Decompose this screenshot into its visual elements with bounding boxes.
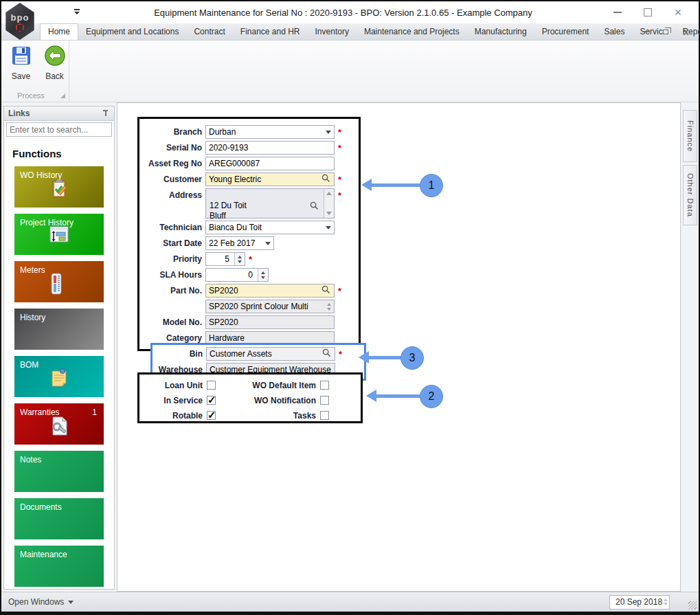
required-marker: * [338, 143, 341, 153]
function-tile-notes[interactable]: Notes [14, 451, 104, 492]
back-button-label: Back [45, 71, 64, 81]
start-date-picker[interactable]: 22 Feb 2017 [205, 236, 274, 250]
technician-dropdown[interactable]: Bianca Du Toit [205, 221, 335, 234]
tab-inventory[interactable]: Inventory [308, 24, 357, 40]
search-icon[interactable] [321, 285, 331, 296]
pin-icon[interactable] [102, 109, 110, 118]
model-no-field: SP2020 [205, 315, 335, 329]
tab-finance-and-hr[interactable]: Finance and HR [233, 24, 308, 40]
address-label: Address [139, 188, 205, 200]
spin-up-icon[interactable] [327, 303, 331, 306]
wo-default-item-checkbox[interactable] [320, 381, 329, 390]
mdi-close-icon: x [684, 27, 689, 36]
right-dock-strip: Finance Other Data [681, 102, 699, 592]
rotable-checkbox[interactable] [207, 411, 216, 420]
in-service-checkbox[interactable] [207, 396, 216, 405]
spinner-buttons[interactable] [258, 269, 268, 281]
function-tile-meters[interactable]: Meters [14, 261, 104, 302]
function-tile-documents[interactable]: Documents [14, 498, 104, 539]
spin-down-icon[interactable] [327, 308, 331, 311]
tile-badge-count: 1 [92, 407, 97, 417]
serial-no-input[interactable]: 2020-9193 [205, 141, 335, 155]
priority-label: Priority [139, 254, 205, 264]
note-icon [47, 367, 71, 392]
links-panel: Links Functions WO History [3, 106, 115, 590]
tasks-checkbox[interactable] [320, 411, 329, 420]
tab-manufacturing[interactable]: Manufacturing [467, 24, 534, 40]
required-marker: * [338, 175, 341, 185]
close-icon: × [675, 6, 682, 19]
in-service-label: In Service [141, 396, 207, 405]
customer-lookup-input[interactable]: Young Electric [205, 172, 335, 186]
function-tile-history[interactable]: History [14, 309, 104, 350]
tab-contract[interactable]: Contract [186, 24, 232, 40]
sla-hours-spinner[interactable]: 0 [205, 268, 269, 282]
dialog-launcher-icon[interactable] [60, 93, 65, 98]
mdi-close-button[interactable]: x [681, 27, 692, 36]
open-windows-dropdown[interactable]: Open Windows [8, 597, 74, 607]
asset-reg-no-input[interactable]: AREG000087 [205, 157, 335, 170]
date-spinner-buttons[interactable] [664, 596, 668, 609]
tab-finance[interactable]: Finance [683, 110, 697, 162]
tab-maintenance-and-projects[interactable]: Maintenance and Projects [357, 24, 467, 40]
search-icon[interactable] [321, 174, 331, 185]
search-icon[interactable] [322, 348, 332, 359]
branch-dropdown[interactable]: Durban [205, 125, 335, 139]
wo-default-item-label: WO Default Item [216, 381, 320, 390]
tab-sales[interactable]: Sales [596, 24, 632, 40]
address-input[interactable]: 12 Du Toit Bluff [205, 188, 335, 219]
address-scrollbar[interactable] [324, 189, 334, 218]
save-button[interactable]: Save [7, 45, 35, 81]
tile-label: Notes [20, 455, 41, 465]
function-tile-project-history[interactable]: Project History [14, 214, 104, 255]
rotable-label: Rotable [141, 411, 207, 421]
back-button[interactable]: Back [41, 45, 69, 81]
spin-up-icon[interactable] [238, 256, 242, 258]
status-date-editor[interactable]: 20 Sep 2018 [609, 595, 670, 610]
tab-equipment-and-locations[interactable]: Equipment and Locations [78, 24, 186, 40]
spinner-buttons[interactable] [234, 253, 245, 265]
spinner-buttons[interactable] [324, 300, 334, 313]
wo-notification-checkbox[interactable] [320, 396, 329, 405]
spin-down-icon[interactable] [238, 260, 242, 263]
chevron-down-icon [68, 601, 74, 604]
scroll-down-icon[interactable] [326, 212, 332, 215]
chevron-down-icon [326, 131, 331, 134]
mdi-restore-icon [663, 30, 668, 34]
close-button[interactable]: × [663, 4, 693, 21]
part-description-field[interactable]: SP2020 Sprint Colour Multi [205, 300, 335, 313]
search-input[interactable] [10, 125, 115, 135]
function-tile-warranties[interactable]: Warranties 1 [14, 403, 104, 445]
mdi-restore-button[interactable] [660, 27, 671, 36]
spin-up-icon[interactable] [664, 599, 668, 601]
tab-home[interactable]: Home [40, 23, 78, 40]
mdi-minimize-button[interactable] [640, 27, 651, 36]
spin-up-icon[interactable] [261, 271, 265, 274]
minimize-button[interactable] [602, 4, 633, 21]
function-tile-bom[interactable]: BOM [14, 356, 104, 397]
clipboard-check-icon [47, 177, 71, 203]
priority-spinner[interactable]: 5 [205, 252, 245, 266]
bin-lookup-input[interactable]: Customer Assets [206, 347, 335, 361]
ribbon-group-footer: Process [1, 90, 69, 101]
callout-3-arrow [368, 356, 402, 359]
maximize-icon [644, 8, 652, 16]
spin-down-icon[interactable] [664, 603, 668, 605]
loan-unit-checkbox[interactable] [207, 381, 216, 390]
function-tile-wo-history[interactable]: WO History [14, 166, 104, 208]
search-icon[interactable] [310, 191, 319, 213]
tab-other-data[interactable]: Other Data [683, 165, 697, 225]
resize-grip[interactable] [688, 601, 697, 610]
spin-down-icon[interactable] [261, 276, 265, 279]
tab-procurement[interactable]: Procurement [534, 24, 597, 40]
scroll-up-icon[interactable] [326, 192, 332, 195]
quick-access-dropdown-icon[interactable] [74, 9, 81, 16]
serial-no-label: Serial No [139, 143, 205, 153]
part-no-lookup-input[interactable]: SP2020 [205, 284, 335, 298]
maximize-button[interactable] [633, 4, 663, 21]
callout-2-arrowhead-icon [366, 390, 376, 402]
part-no-label: Part No. [139, 286, 205, 295]
tile-label: Maintenance [20, 550, 67, 559]
ribbon: Save Back Process [1, 41, 699, 102]
function-tile-maintenance[interactable]: Maintenance [14, 546, 104, 587]
